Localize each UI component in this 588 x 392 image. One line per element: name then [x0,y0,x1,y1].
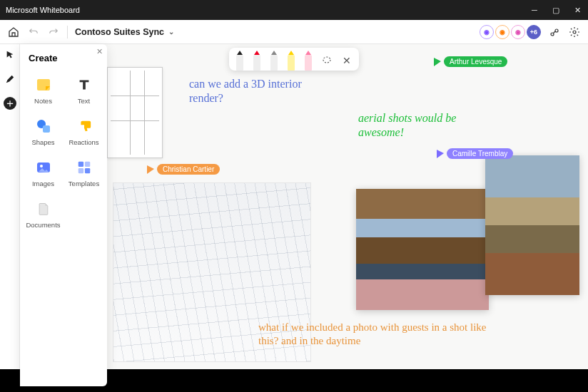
handwritten-note-green: aerial shots would be awesome! [358,111,501,140]
cursor-pointer-icon [434,58,441,66]
settings-icon[interactable] [568,26,581,38]
reactions-icon [75,117,93,135]
app-title: Microsoft Whiteboard [6,6,80,14]
add-tool-icon[interactable]: ＋ [4,97,16,110]
board-name-label: Contoso Suites Sync [75,27,164,37]
lobby-photo[interactable] [485,155,579,295]
images-icon [34,158,53,177]
undo-icon[interactable] [27,26,40,38]
cursor-label: Christian Cartier [157,164,220,175]
highlighter-yellow[interactable] [286,51,296,71]
highlighter-pink[interactable] [303,51,313,71]
text-icon [75,76,93,94]
handwritten-note-blue: can we add a 3D interior render? [189,77,310,105]
cursor-pointer-icon [437,150,444,158]
chevron-down-icon: ⌄ [168,28,174,36]
svg-point-3 [323,57,330,63]
cursor-label: Arthur Levesque [444,56,507,67]
tool-reactions[interactable]: Reactions [65,112,103,150]
minimize-icon[interactable]: ─ [529,5,539,15]
handwritten-note-orange: what if we included a photo with guests … [258,321,487,348]
redo-icon[interactable] [47,26,60,38]
pen-red[interactable] [252,51,262,71]
documents-icon [34,200,53,218]
pointer-tool-icon[interactable] [4,48,16,61]
svg-rect-9 [78,161,83,166]
collaborator-cursor-purple: Camille Tremblay [437,148,513,159]
collaborator-cursor-orange: Christian Cartier [147,164,220,175]
main-toolbar: Contoso Suites Sync ⌄ ◉ ◉ ◉ +6 [0,20,588,44]
collaborator-cursor-green: Arthur Levesque [434,56,507,67]
cursor-pointer-icon [147,165,154,174]
templates-icon [75,158,93,177]
canvas-area[interactable]: ✕ can we add a 3D interior render? aeria… [0,44,588,392]
svg-point-1 [555,29,558,32]
svg-rect-10 [84,161,89,166]
pen-gray[interactable] [269,51,279,71]
notes-icon [34,76,53,94]
avatar[interactable]: ◉ [495,25,510,39]
svg-point-2 [573,31,576,33]
panel-title: Create [24,50,103,71]
pen-black[interactable] [235,51,245,71]
tool-shapes[interactable]: Shapes [24,112,62,150]
cursor-label: Camille Tremblay [447,148,513,159]
floor-plan-image[interactable] [107,67,163,158]
avatar[interactable]: ◉ [480,25,494,39]
separator [67,26,68,38]
lasso-icon[interactable] [320,51,333,71]
svg-rect-6 [43,125,50,133]
pen-tray: ✕ [229,48,359,71]
villa-photo[interactable] [356,189,489,310]
svg-rect-11 [78,167,83,172]
tool-documents[interactable]: Documents [24,195,62,233]
share-icon[interactable] [548,26,561,38]
svg-point-8 [40,165,43,167]
avatar[interactable]: ◉ [511,25,525,39]
sidebar: ＋ [0,44,20,392]
window-titlebar: Microsoft Whiteboard ─ ▢ ✕ [0,0,588,20]
svg-rect-4 [37,79,50,91]
close-tray-icon[interactable]: ✕ [340,51,353,71]
board-name-dropdown[interactable]: Contoso Suites Sync ⌄ [75,27,174,37]
tool-notes[interactable]: Notes [24,71,62,109]
svg-rect-12 [84,167,89,172]
home-icon[interactable] [7,26,20,38]
tool-text[interactable]: Text [65,71,103,109]
close-panel-icon[interactable]: ✕ [96,47,103,56]
create-panel: ✕ Create Notes Text Shapes [20,44,107,386]
close-window-icon[interactable]: ✕ [572,5,582,15]
tool-images[interactable]: Images [24,153,62,192]
presence-avatars[interactable]: ◉ ◉ ◉ +6 [480,25,541,39]
tool-templates[interactable]: Templates [65,153,103,192]
ink-tool-icon[interactable] [4,73,16,86]
shapes-icon [34,117,53,135]
maximize-icon[interactable]: ▢ [551,5,561,15]
avatar-overflow[interactable]: +6 [527,25,541,39]
